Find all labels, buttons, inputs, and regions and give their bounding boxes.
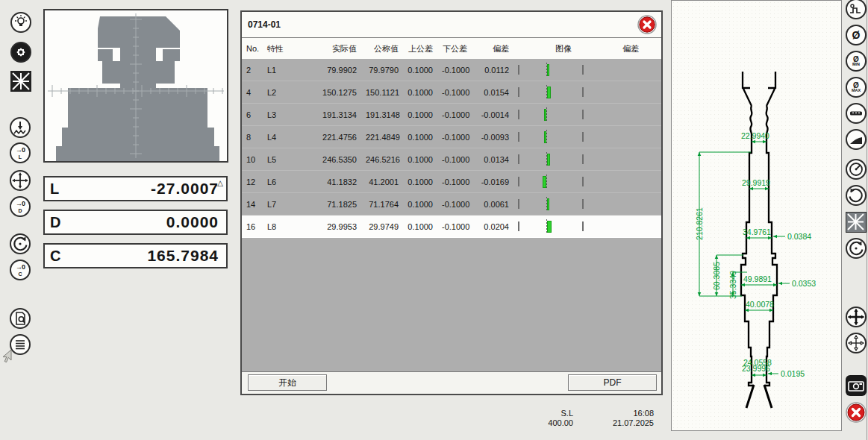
col-deviation-2: 偏差 [596, 43, 661, 54]
table-row[interactable]: 14L771.182571.17640.1000-0.10000.0061 [242, 193, 661, 216]
close-panel-button[interactable] [637, 15, 657, 34]
max-label: MAX [852, 89, 861, 93]
cell-no: 2 [242, 66, 263, 75]
rotate-arrow-icon [11, 235, 29, 253]
axis-l-marker: △ [217, 179, 223, 187]
cell-nominal: 150.1121 [361, 88, 403, 97]
axis-d-value: 0.0000 [60, 213, 219, 231]
cell-no: 8 [242, 133, 263, 142]
deviation-bar-cell [513, 59, 596, 81]
screen-edge-divider [867, 0, 867, 440]
tolerance-tick-left [518, 87, 519, 97]
cell-lower-tol: -0.1000 [437, 177, 472, 186]
profile-measure-button[interactable] [846, 0, 867, 19]
zero-c-axis-letter: C [18, 271, 22, 277]
zero-line [546, 130, 547, 144]
ruler-icon [847, 104, 865, 122]
tolerance-tick-left [518, 154, 519, 164]
radius-measure-button[interactable] [846, 159, 867, 180]
deviation-bar [547, 198, 549, 210]
aperture-button[interactable] [10, 42, 31, 63]
col-lower-tol: 下公差 [437, 43, 472, 54]
camera-view [43, 9, 228, 163]
table-row[interactable]: 8L4221.4756221.48490.1000-0.1000-0.0093 [242, 126, 661, 148]
col-characteristic: 特性 [263, 43, 305, 54]
diameter-button[interactable]: Ø [846, 25, 867, 45]
diameter-max-button[interactable]: Ø MAX [846, 77, 867, 98]
cell-no: 16 [242, 222, 263, 231]
cell-characteristic: L8 [263, 222, 305, 231]
panel-titlebar: 0714-01 [242, 12, 661, 38]
fit-view-2-button[interactable] [846, 212, 867, 233]
tolerance-tick-right [582, 221, 584, 231]
start-button[interactable]: 开始 [248, 374, 327, 391]
profile-step-icon [847, 0, 865, 18]
cell-nominal: 29.9749 [361, 222, 403, 231]
tolerance-tick-left [518, 221, 519, 231]
pan-filled-button[interactable] [846, 307, 867, 327]
table-row[interactable]: 6L3191.3134191.31480.1000-0.1000-0.0014 [242, 104, 661, 126]
camera-icon [846, 375, 867, 396]
document-search-icon [11, 309, 29, 327]
axis-status: S.L 400.00 [485, 409, 573, 428]
table-header: No. 特性 实际值 公称值 上公差 下公差 偏差 图像 偏差 [242, 38, 661, 59]
angle-measure-button[interactable] [846, 129, 867, 150]
zero-c-button[interactable]: →0 C [10, 260, 31, 280]
zero-d-button[interactable]: →0 D [10, 196, 31, 217]
illumination-button[interactable] [10, 12, 31, 33]
move-to-load-button[interactable] [10, 117, 31, 138]
deviation-bar-cell [513, 193, 596, 215]
deviation-bar [544, 131, 546, 143]
pan-filled-icon [847, 308, 865, 326]
tolerance-tick-right [582, 65, 584, 75]
status-axis-value: 400.00 [485, 418, 573, 428]
deviation-bar [547, 64, 549, 76]
fit-view-button[interactable] [10, 71, 31, 92]
pan-outline-button[interactable] [846, 333, 867, 353]
cell-upper-tol: 0.1000 [403, 110, 437, 119]
deviation-bar [547, 87, 551, 98]
dim-width-bottom-b: 23.9996 [742, 364, 770, 373]
cell-no: 6 [242, 110, 263, 119]
axis-readout-d: D 0.0000 [43, 210, 228, 235]
cell-actual: 79.9902 [305, 66, 361, 75]
table-row[interactable]: 10L5246.5350246.52160.1000-0.10000.0134 [242, 148, 661, 171]
diameter-min-button[interactable]: Ø MIN [846, 51, 867, 72]
rotate-c-button[interactable] [10, 233, 31, 254]
table-row[interactable]: 4L2150.1275150.11210.1000-0.10000.0154 [242, 81, 661, 104]
shaft-drawing: 22.9940 29.9919 210.8261 60.3085 35.3349… [672, 1, 841, 430]
cell-nominal: 71.1764 [361, 200, 403, 209]
center-view-button[interactable] [10, 170, 31, 191]
deviation-bar [544, 109, 546, 121]
zero-d-glyph: →0 [16, 201, 25, 207]
axis-c-value: 165.7984 [60, 247, 219, 265]
cell-deviation: -0.0169 [472, 177, 513, 186]
rotate-ccw-button[interactable] [846, 185, 867, 206]
report-preview-button[interactable] [10, 308, 31, 329]
zero-l-button[interactable]: →0 L [10, 142, 31, 163]
cell-characteristic: L6 [263, 177, 305, 186]
table-row[interactable]: 16L829.995329.97490.1000-0.10000.0204 [242, 216, 661, 238]
camera-button[interactable] [846, 375, 867, 396]
cell-lower-tol: -0.1000 [437, 222, 472, 231]
aperture-icon [12, 43, 30, 61]
col-actual: 实际值 [305, 43, 361, 54]
col-upper-tol: 上公差 [403, 43, 437, 54]
result-list-button[interactable] [10, 334, 31, 355]
table-row[interactable]: 2L179.990279.97900.1000-0.10000.0112 [242, 59, 661, 81]
cell-actual: 41.1832 [305, 177, 361, 186]
length-measure-button[interactable] [846, 103, 867, 124]
fit-view-icon [10, 71, 31, 92]
deviation-bar-cell [513, 126, 596, 148]
rotate-c-2-button[interactable] [846, 238, 867, 259]
dim-width-large: 49.9891 [743, 274, 772, 283]
zero-c-glyph: →0 [16, 264, 25, 271]
diameter-icon: Ø [852, 30, 861, 40]
cell-characteristic: L2 [263, 88, 305, 97]
close-app-button[interactable] [846, 402, 867, 423]
cell-characteristic: L1 [263, 66, 305, 75]
radius-icon [847, 160, 865, 178]
pdf-button[interactable]: PDF [568, 374, 657, 391]
cell-deviation: 0.0154 [472, 88, 513, 97]
table-row[interactable]: 12L641.183241.20010.1000-0.1000-0.0169 [242, 171, 661, 193]
